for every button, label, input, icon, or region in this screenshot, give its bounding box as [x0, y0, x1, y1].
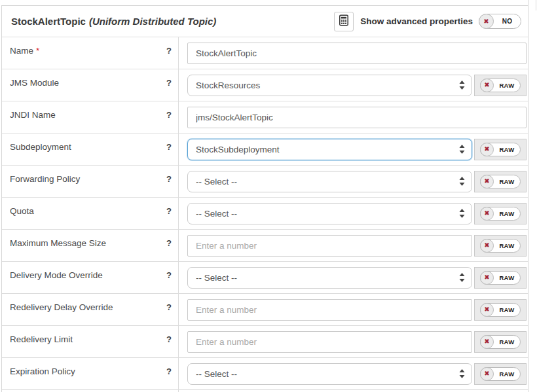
- page: StockAlertTopic (Uniform Distributed Top…: [0, 0, 537, 392]
- help-icon[interactable]: ?: [166, 366, 172, 376]
- field-cell: ✖ RAW: [179, 230, 528, 261]
- help-icon[interactable]: ?: [166, 302, 172, 312]
- subdeployment-select[interactable]: StockSubdeployment: [187, 139, 472, 160]
- jndi-name-input[interactable]: [187, 107, 527, 128]
- form-row-quota: Quota ? -- Select -- ✖ RAW: [2, 198, 528, 230]
- field-label: Subdeployment: [10, 142, 71, 152]
- field-label: Redelivery Limit: [10, 334, 73, 344]
- frame-edge-line: [536, 0, 536, 10]
- x-icon: ✖: [484, 274, 489, 281]
- form-row-subdeployment: Subdeployment ? StockSubdeployment ✖ RAW: [2, 134, 528, 166]
- stepper-icon: [459, 177, 465, 186]
- raw-toggle-redelivery-limit[interactable]: ✖ RAW: [474, 331, 527, 353]
- select-value: -- Select --: [196, 209, 454, 219]
- form-row-jndi-name: JNDI Name ?: [2, 101, 528, 134]
- field-label: Quota: [10, 206, 34, 216]
- toggle-state-label: NO: [494, 18, 521, 25]
- raw-pill: ✖ RAW: [480, 143, 521, 156]
- label-cell: Expiration Policy ?: [2, 358, 179, 389]
- raw-label: RAW: [494, 306, 520, 313]
- help-icon[interactable]: ?: [166, 142, 172, 152]
- expiration-policy-select[interactable]: -- Select --: [187, 363, 472, 385]
- x-icon: ✖: [484, 370, 489, 377]
- form-row-forwarding-policy: Forwarding Policy ? -- Select -- ✖ RAW: [2, 166, 528, 198]
- raw-pill: ✖ RAW: [480, 175, 521, 188]
- help-icon[interactable]: ?: [166, 174, 172, 184]
- label-cell: Delivery Mode Override ?: [2, 262, 179, 293]
- field-cell: ✖ RAW: [179, 294, 528, 325]
- raw-pill: ✖ RAW: [480, 79, 521, 92]
- form-row-redelivery-limit: Redelivery Limit ? ✖ RAW: [2, 326, 528, 358]
- delivery-mode-override-select[interactable]: -- Select --: [187, 267, 472, 289]
- x-icon: ✖: [483, 18, 489, 25]
- raw-pill: ✖ RAW: [480, 271, 521, 285]
- field-label: Forwarding Policy: [10, 174, 80, 184]
- raw-toggle-jms-module[interactable]: ✖ RAW: [474, 75, 527, 96]
- stepper-icon: [459, 80, 465, 90]
- stepper-icon: [459, 145, 465, 154]
- label-cell: JMS Module ?: [2, 69, 179, 101]
- help-icon[interactable]: ?: [166, 270, 172, 280]
- raw-label: RAW: [494, 210, 520, 217]
- raw-pill: ✖ RAW: [480, 367, 521, 381]
- field-cell: -- Select -- ✖ RAW: [179, 262, 528, 293]
- redelivery-delay-override-input[interactable]: [187, 299, 472, 321]
- label-cell: Forwarding Policy ?: [2, 166, 179, 197]
- form-row-jms-module: JMS Module ? StockResources ✖ RAW: [2, 69, 528, 101]
- field-cell: StockSubdeployment ✖ RAW: [179, 134, 528, 165]
- name-input[interactable]: [187, 43, 527, 64]
- properties-panel: StockAlertTopic (Uniform Distributed Top…: [1, 5, 528, 392]
- select-value: -- Select --: [196, 177, 454, 187]
- raw-pill: ✖ RAW: [480, 303, 521, 317]
- help-icon[interactable]: ?: [166, 78, 172, 88]
- raw-label: RAW: [494, 370, 520, 378]
- help-icon[interactable]: ?: [166, 334, 172, 344]
- help-icon[interactable]: ?: [166, 206, 172, 216]
- raw-label: RAW: [494, 338, 520, 346]
- field-label: Expiration Policy: [10, 366, 75, 376]
- help-icon[interactable]: ?: [166, 46, 172, 56]
- calculator-button[interactable]: [334, 12, 354, 31]
- field-cell: -- Select -- ✖ RAW: [179, 358, 528, 389]
- redelivery-limit-input[interactable]: [187, 331, 472, 353]
- raw-toggle-maximum-message-size[interactable]: ✖ RAW: [474, 235, 527, 257]
- toggle-knob: ✖: [480, 367, 494, 381]
- form-row-expiration-policy: Expiration Policy ? -- Select -- ✖ RAW: [2, 358, 528, 390]
- x-icon: ✖: [484, 338, 489, 345]
- raw-toggle-forwarding-policy[interactable]: ✖ RAW: [474, 171, 527, 192]
- raw-pill: ✖ RAW: [480, 239, 521, 253]
- required-marker: *: [36, 46, 39, 56]
- field-cell: StockResources ✖ RAW: [179, 69, 528, 101]
- jms-module-select[interactable]: StockResources: [187, 75, 472, 96]
- quota-select[interactable]: -- Select --: [187, 203, 472, 224]
- raw-toggle-quota[interactable]: ✖ RAW: [474, 203, 527, 224]
- forwarding-policy-select[interactable]: -- Select --: [187, 171, 472, 192]
- help-icon[interactable]: ?: [166, 110, 172, 120]
- toggle-knob: ✖: [480, 303, 494, 317]
- raw-toggle-redelivery-delay-override[interactable]: ✖ RAW: [474, 299, 527, 321]
- raw-label: RAW: [494, 146, 520, 153]
- label-cell: Quota ?: [2, 198, 179, 229]
- raw-pill: ✖ RAW: [480, 207, 521, 221]
- select-value: -- Select --: [196, 369, 454, 379]
- maximum-message-size-input[interactable]: [187, 235, 472, 257]
- toggle-knob: ✖: [480, 207, 494, 221]
- select-value: StockResources: [196, 80, 454, 90]
- calculator-icon: [338, 14, 350, 28]
- raw-toggle-delivery-mode-override[interactable]: ✖ RAW: [474, 267, 527, 289]
- stepper-icon: [459, 369, 465, 378]
- toggle-knob: ✖: [480, 271, 494, 285]
- toggle-knob: ✖: [480, 335, 494, 349]
- panel-header: StockAlertTopic (Uniform Distributed Top…: [2, 6, 528, 37]
- field-cell: -- Select -- ✖ RAW: [179, 166, 528, 197]
- toggle-knob: ✖: [480, 239, 494, 253]
- raw-label: RAW: [494, 178, 520, 185]
- raw-toggle-subdeployment[interactable]: ✖ RAW: [474, 139, 527, 160]
- help-icon[interactable]: ?: [166, 238, 172, 248]
- x-icon: ✖: [484, 210, 489, 217]
- x-icon: ✖: [484, 146, 489, 152]
- label-cell: Name * ?: [2, 37, 179, 69]
- show-advanced-toggle[interactable]: ✖ NO: [479, 14, 521, 29]
- raw-toggle-expiration-policy[interactable]: ✖ RAW: [474, 363, 527, 385]
- field-cell: [179, 37, 528, 69]
